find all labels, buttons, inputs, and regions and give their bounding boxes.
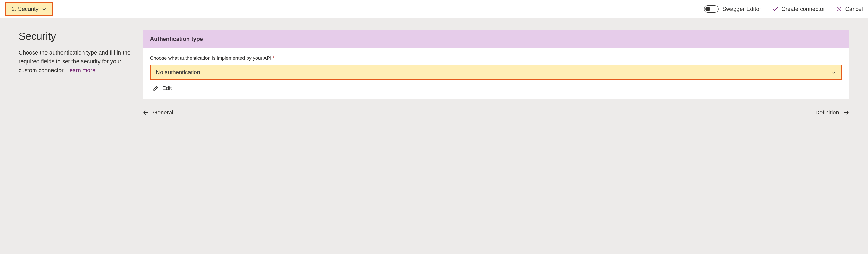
edit-button[interactable]: Edit <box>150 85 172 92</box>
page-title: Security <box>19 31 132 42</box>
auth-field-label: Choose what authentication is implemente… <box>150 55 842 61</box>
auth-card-header: Authentication type <box>143 31 849 47</box>
topbar-actions: Swagger Editor Create connector Cancel <box>704 5 863 13</box>
prev-step-label: General <box>153 109 173 116</box>
checkmark-icon <box>772 6 779 12</box>
next-step-link[interactable]: Definition <box>815 109 849 116</box>
edit-button-label: Edit <box>162 85 172 91</box>
step-footer-nav: General Definition <box>143 109 849 116</box>
cancel-button[interactable]: Cancel <box>836 6 863 12</box>
page-description: Choose the authentication type and fill … <box>19 48 132 75</box>
required-indicator: * <box>273 55 275 61</box>
swagger-editor-group: Swagger Editor <box>704 5 761 13</box>
top-bar: 2. Security Swagger Editor Create connec… <box>0 0 868 18</box>
chevron-down-icon <box>831 70 836 75</box>
pencil-icon <box>153 85 159 92</box>
swagger-editor-label: Swagger Editor <box>722 6 761 12</box>
create-connector-label: Create connector <box>781 6 825 12</box>
arrow-right-icon <box>843 109 849 116</box>
cancel-button-label: Cancel <box>845 6 863 12</box>
page-body: Security Choose the authentication type … <box>0 18 868 126</box>
step-dropdown-label: 2. Security <box>12 6 38 12</box>
chevron-down-icon <box>42 6 47 12</box>
step-dropdown[interactable]: 2. Security <box>5 2 53 16</box>
create-connector-button[interactable]: Create connector <box>772 6 825 12</box>
auth-card-body: Choose what authentication is implemente… <box>143 47 849 99</box>
side-panel: Security Choose the authentication type … <box>19 31 143 116</box>
learn-more-link[interactable]: Learn more <box>66 67 96 73</box>
auth-card: Authentication type Choose what authenti… <box>143 31 849 99</box>
auth-field-label-text: Choose what authentication is implemente… <box>150 55 271 61</box>
auth-type-select-value: No authentication <box>156 69 200 76</box>
prev-step-link[interactable]: General <box>143 109 173 116</box>
main-panel: Authentication type Choose what authenti… <box>143 31 849 116</box>
close-icon <box>836 6 843 12</box>
arrow-left-icon <box>143 109 149 116</box>
next-step-label: Definition <box>815 109 839 116</box>
auth-type-select[interactable]: No authentication <box>150 65 842 80</box>
swagger-editor-toggle[interactable] <box>704 5 719 13</box>
